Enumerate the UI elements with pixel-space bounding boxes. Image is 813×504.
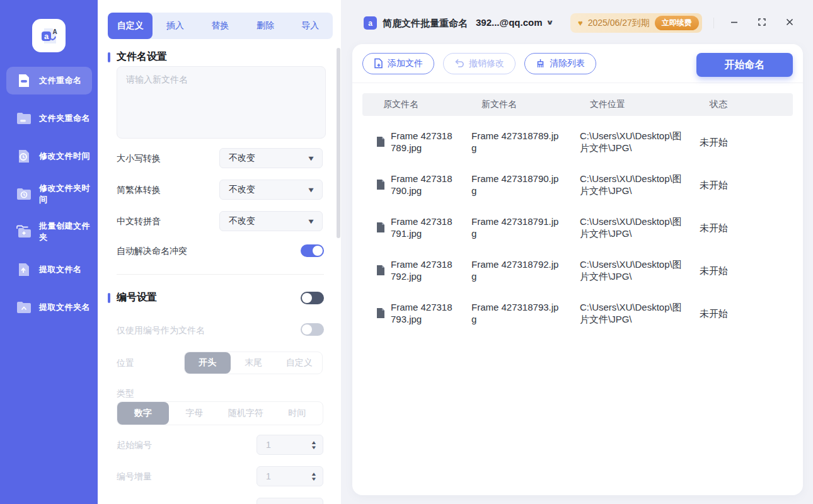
file-icon — [376, 265, 385, 276]
license-badge: ♥ 2025/06/27到期 立即续费 — [570, 13, 702, 33]
status-cell: 未开始 — [700, 307, 803, 319]
original-name-cell: Frame 427318789.jpg — [376, 130, 471, 154]
add-file-icon — [374, 58, 383, 69]
original-name-cell: Frame 427318792.jpg — [376, 258, 471, 282]
tab-label: 自定义 — [117, 20, 144, 32]
original-name: Frame 427318789.jpg — [391, 130, 454, 154]
segment-custom[interactable]: 自定义 — [276, 352, 322, 374]
clear-list-button[interactable]: 清除列表 — [524, 53, 596, 74]
start-number-label: 起始编号 — [117, 435, 152, 455]
tab-insert[interactable]: 插入 — [153, 13, 197, 39]
select-value: 不改变 — [229, 184, 255, 195]
segment-number[interactable]: 数字 — [117, 402, 169, 425]
numbering-toggle[interactable] — [301, 292, 324, 304]
undo-icon — [454, 59, 464, 68]
location-cell: C:\Users\XU\Desktop\图片文件\JPG\ — [580, 258, 686, 282]
clipped-stepper[interactable] — [257, 498, 323, 504]
button-label: 添加文件 — [388, 58, 423, 69]
table-row[interactable]: Frame 427318793.jpg Frame 427318793.jpg … — [352, 292, 803, 335]
new-name-cell: Frame 427318789.jpg — [471, 130, 563, 154]
location-cell: C:\Users\XU\Desktop\图片文件\JPG\ — [580, 130, 686, 154]
svg-text:A: A — [52, 28, 57, 35]
app-logo: a A — [32, 19, 66, 52]
panel-scrollbar[interactable] — [337, 48, 340, 238]
undo-button[interactable]: 撤销修改 — [443, 53, 516, 74]
sidebar-item-label: 提取文件夹名 — [39, 302, 90, 313]
sidebar-item-extract-foldername[interactable]: 提取文件夹名 — [6, 294, 92, 321]
tab-label: 导入 — [301, 20, 319, 32]
segment-label: 字母 — [185, 408, 203, 419]
account-menu[interactable]: 392...@qq.com ∨ — [476, 17, 552, 28]
license-expiry: 2025/06/27到期 — [588, 18, 650, 29]
col-new-name: 新文件名 — [481, 99, 590, 110]
toolbar: 添加文件 撤销修改 清除列表 开始命名 — [352, 44, 803, 83]
status-cell: 未开始 — [700, 222, 803, 234]
table-row[interactable]: Frame 427318791.jpg Frame 427318791.jpg … — [352, 206, 803, 249]
position-segmented-control: 开头 末尾 自定义 — [184, 352, 323, 374]
folder-rename-icon — [16, 110, 32, 127]
original-name-cell: Frame 427318790.jpg — [376, 173, 471, 197]
step-down-icon[interactable]: ▼ — [311, 445, 317, 450]
account-email: 392...@qq.com — [476, 17, 543, 28]
tab-import[interactable]: 导入 — [288, 13, 333, 39]
minimize-button[interactable] — [729, 16, 740, 28]
location-cell: C:\Users\XU\Desktop\图片文件\JPG\ — [580, 173, 686, 197]
file-icon — [376, 222, 385, 233]
select-value: 不改变 — [229, 152, 255, 164]
add-files-button[interactable]: 添加文件 — [362, 53, 434, 74]
new-filename-input[interactable] — [117, 66, 326, 139]
tab-custom[interactable]: 自定义 — [108, 13, 153, 39]
increment-stepper[interactable]: 1 ▲▼ — [257, 466, 323, 486]
new-name-cell: Frame 427318792.jpg — [471, 258, 563, 282]
segment-random[interactable]: 随机字符 — [220, 402, 272, 425]
vip-crown-icon: ♥ — [578, 18, 583, 28]
step-up-icon[interactable]: ▲ — [311, 440, 317, 445]
button-label: 撤销修改 — [469, 58, 504, 69]
case-convert-label: 大小写转换 — [117, 148, 161, 168]
table-row[interactable]: Frame 427318792.jpg Frame 427318792.jpg … — [352, 249, 803, 292]
renew-button[interactable]: 立即续费 — [655, 16, 699, 30]
step-up-icon[interactable]: ▲ — [311, 472, 317, 476]
chevron-down-icon: ▼ — [307, 154, 316, 162]
maximize-button[interactable] — [756, 16, 768, 28]
file-icon — [376, 307, 385, 319]
close-button[interactable] — [784, 16, 795, 28]
sidebar-item-folder-time[interactable]: 修改文件夹时间 — [6, 180, 92, 208]
window-title: 简鹿文件批量重命名 — [383, 18, 468, 30]
section-marker — [108, 52, 110, 62]
step-down-icon[interactable]: ▼ — [311, 477, 317, 481]
tab-delete[interactable]: 删除 — [243, 13, 287, 39]
start-number-stepper[interactable]: 1 ▲▼ — [257, 435, 323, 455]
tab-label: 删除 — [257, 20, 274, 32]
stepper-arrows: ▲▼ — [311, 440, 316, 450]
segment-time[interactable]: 时间 — [272, 402, 323, 425]
sidebar-item-file-rename[interactable]: 文件重命名 — [6, 67, 92, 94]
app-titlebar-icon: a — [364, 16, 377, 30]
type-segmented-control: 数字 字母 随机字符 时间 — [117, 401, 323, 425]
pinyin-convert-select[interactable]: 不改变 ▼ — [219, 211, 323, 231]
segment-letter[interactable]: 字母 — [169, 402, 221, 425]
only-number-toggle[interactable] — [301, 323, 324, 336]
table-row[interactable]: Frame 427318790.jpg Frame 427318790.jpg … — [352, 163, 803, 206]
sidebar: a A 文件重命名 文件夹重命名 修改文件时间 — [0, 0, 98, 504]
tab-label: 插入 — [166, 20, 184, 32]
file-icon — [376, 179, 385, 190]
case-convert-select[interactable]: 不改变 ▼ — [219, 148, 323, 168]
segment-label: 时间 — [288, 408, 306, 419]
sidebar-item-file-time[interactable]: 修改文件时间 — [6, 142, 92, 170]
col-location: 文件位置 — [590, 99, 710, 110]
segment-end[interactable]: 末尾 — [231, 352, 277, 374]
sidebar-item-folder-rename[interactable]: 文件夹重命名 — [6, 105, 92, 132]
table-row[interactable]: Frame 427318789.jpg Frame 427318789.jpg … — [352, 120, 803, 163]
sidebar-item-batch-create-folder[interactable]: 批量创建文件夹 — [6, 218, 92, 246]
sidebar-item-extract-filename[interactable]: 提取文件名 — [6, 256, 92, 284]
sidebar-item-label: 提取文件名 — [39, 264, 82, 275]
simplified-traditional-select[interactable]: 不改变 ▼ — [219, 180, 323, 200]
conflict-toggle[interactable] — [301, 244, 324, 257]
status-cell: 未开始 — [700, 179, 803, 191]
segment-label: 开头 — [199, 357, 216, 369]
tab-replace[interactable]: 替换 — [198, 13, 243, 39]
segment-start[interactable]: 开头 — [185, 352, 231, 374]
start-rename-button[interactable]: 开始命名 — [696, 53, 793, 77]
simplified-traditional-label: 简繁体转换 — [117, 180, 161, 200]
